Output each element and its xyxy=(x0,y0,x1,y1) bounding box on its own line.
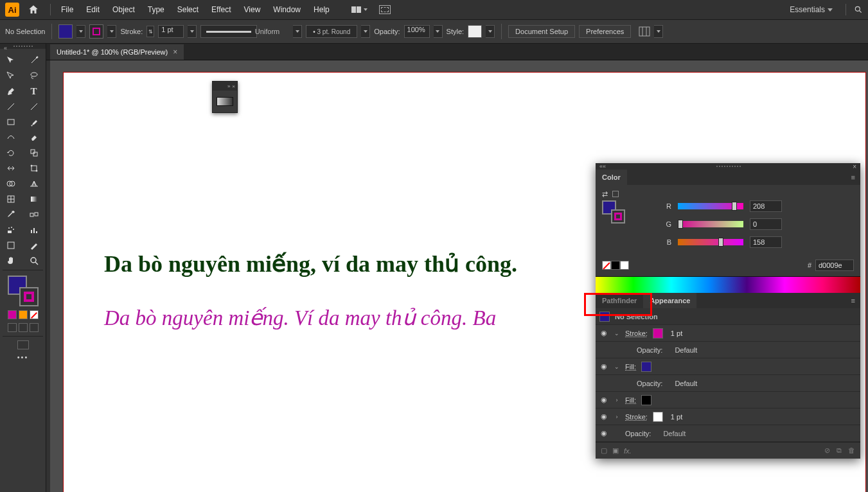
fill-attribute-label[interactable]: Fill: xyxy=(625,396,636,404)
floating-gradient-panel[interactable]: »× xyxy=(212,81,238,113)
add-effect-icon[interactable]: fx. xyxy=(624,447,632,455)
variable-width-profile[interactable]: Uniform xyxy=(200,25,257,38)
free-transform-tool[interactable] xyxy=(23,161,45,176)
stroke-color-swatch[interactable] xyxy=(653,328,663,338)
opacity-attribute-label[interactable]: Opacity: xyxy=(637,380,662,387)
menu-file[interactable]: File xyxy=(56,3,78,17)
fill-swatch[interactable] xyxy=(58,24,73,39)
paintbrush-tool[interactable] xyxy=(23,114,45,130)
blend-tool[interactable] xyxy=(23,207,45,222)
style-swatch[interactable] xyxy=(468,25,482,38)
menu-select[interactable]: Select xyxy=(172,3,204,17)
stroke-dropdown[interactable] xyxy=(107,25,116,38)
add-new-stroke-icon[interactable]: ▣ xyxy=(612,446,619,455)
magic-wand-tool[interactable] xyxy=(23,53,45,68)
stroke-swatch[interactable] xyxy=(89,24,103,39)
home-icon[interactable] xyxy=(26,2,41,17)
shaper-tool[interactable] xyxy=(0,130,22,145)
direct-selection-tool[interactable] xyxy=(0,68,22,83)
pen-tool[interactable] xyxy=(0,83,22,99)
symbol-sprayer-tool[interactable] xyxy=(0,222,22,238)
slice-tool[interactable] xyxy=(23,238,45,253)
rectangle-tool[interactable] xyxy=(0,114,22,130)
stroke-color-swatch[interactable] xyxy=(653,412,663,422)
color-spectrum[interactable] xyxy=(596,276,860,293)
type-tool[interactable]: T xyxy=(23,83,45,99)
collapse-icon[interactable]: «« xyxy=(599,163,606,170)
close-icon[interactable]: × xyxy=(853,163,856,170)
eyedropper-tool[interactable] xyxy=(0,207,22,222)
screen-mode[interactable] xyxy=(17,340,29,349)
expand-toggle[interactable]: › xyxy=(614,397,620,403)
variable-width-dropdown[interactable] xyxy=(293,25,302,38)
color-panel-tab[interactable]: Color xyxy=(596,170,627,185)
stroke-attribute-label[interactable]: Stroke: xyxy=(625,413,648,421)
draw-behind[interactable] xyxy=(19,323,28,332)
stroke-color-box[interactable] xyxy=(19,287,39,306)
brush-dropdown[interactable] xyxy=(361,25,370,38)
visibility-toggle[interactable]: ◉ xyxy=(599,362,608,371)
stroke-color[interactable] xyxy=(611,209,625,224)
close-icon[interactable]: × xyxy=(232,83,235,89)
menu-help[interactable]: Help xyxy=(308,3,335,17)
default-fill-stroke-icon[interactable] xyxy=(612,191,619,197)
menu-view[interactable]: View xyxy=(239,3,266,17)
menu-object[interactable]: Object xyxy=(107,3,140,17)
document-tab[interactable]: Untitled-1* @ 100% (RGB/Preview) × xyxy=(50,44,184,60)
visibility-toggle[interactable]: ◉ xyxy=(599,412,608,421)
opacity-dropdown[interactable] xyxy=(434,25,443,38)
color-mode-gradient[interactable] xyxy=(19,310,28,319)
scale-tool[interactable] xyxy=(23,145,45,161)
fill-dropdown[interactable] xyxy=(76,25,85,38)
selection-tool[interactable] xyxy=(0,53,22,68)
r-value[interactable]: 208 xyxy=(750,200,782,212)
gpu-preview-icon[interactable] xyxy=(379,5,391,14)
opacity-attribute-label[interactable]: Opacity: xyxy=(625,430,651,437)
search-icon[interactable] xyxy=(854,5,863,14)
line-tool[interactable] xyxy=(0,99,22,114)
rotate-tool[interactable] xyxy=(0,145,22,161)
gradient-swatch[interactable] xyxy=(217,97,233,106)
hand-tool[interactable] xyxy=(0,253,22,268)
canvas-text-1[interactable]: Da bò nguyên miếng, ví da may thủ công. xyxy=(104,250,517,277)
draw-inside[interactable] xyxy=(30,323,39,332)
column-graph-tool[interactable] xyxy=(23,222,45,238)
delete-item-icon[interactable]: 🗑 xyxy=(848,446,855,455)
expand-toggle[interactable]: ⌄ xyxy=(614,330,620,337)
panel-drag-handle[interactable]: « xyxy=(0,44,46,49)
color-fill-stroke[interactable] xyxy=(602,200,625,224)
align-to-icon[interactable] xyxy=(639,26,650,37)
edit-toolbar-icon[interactable]: ••• xyxy=(0,353,46,361)
arrange-docs-icon[interactable] xyxy=(351,6,368,13)
shape-builder-tool[interactable] xyxy=(0,176,22,191)
appearance-panel-tab[interactable]: Appearance xyxy=(643,293,696,308)
duplicate-item-icon[interactable]: ⧉ xyxy=(837,446,842,455)
r-slider[interactable] xyxy=(678,203,743,209)
width-tool[interactable] xyxy=(0,161,22,176)
eraser-tool[interactable] xyxy=(23,130,45,145)
menu-type[interactable]: Type xyxy=(143,3,170,17)
menu-effect[interactable]: Effect xyxy=(206,3,236,17)
hex-input[interactable]: d0009e xyxy=(815,259,854,271)
stroke-weight-link-icon[interactable]: ⇅ xyxy=(146,26,154,37)
stroke-weight-dropdown[interactable] xyxy=(188,25,197,38)
stroke-weight-value[interactable]: 1 pt xyxy=(671,413,682,421)
gradient-tool[interactable] xyxy=(23,191,45,207)
mesh-tool[interactable] xyxy=(0,191,22,207)
draw-normal[interactable] xyxy=(8,323,17,332)
document-setup-button[interactable]: Document Setup xyxy=(508,25,575,38)
brush-definition[interactable]: • 3 pt. Round xyxy=(306,25,357,38)
lasso-tool[interactable] xyxy=(23,68,45,83)
fill-attribute-label[interactable]: Fill: xyxy=(625,363,636,371)
clear-appearance-icon[interactable]: ⊘ xyxy=(824,446,830,455)
close-tab-icon[interactable]: × xyxy=(173,48,177,57)
b-value[interactable]: 158 xyxy=(750,236,782,248)
opacity-value[interactable]: Default xyxy=(675,380,697,387)
none-color[interactable] xyxy=(602,261,611,270)
color-mode-none[interactable] xyxy=(30,310,39,319)
artboard-tool[interactable] xyxy=(0,238,22,253)
white-color[interactable] xyxy=(620,261,629,270)
fill-color-swatch[interactable] xyxy=(641,395,651,405)
expand-toggle[interactable]: › xyxy=(614,414,620,420)
stroke-weight-value[interactable]: 1 pt xyxy=(671,329,682,337)
